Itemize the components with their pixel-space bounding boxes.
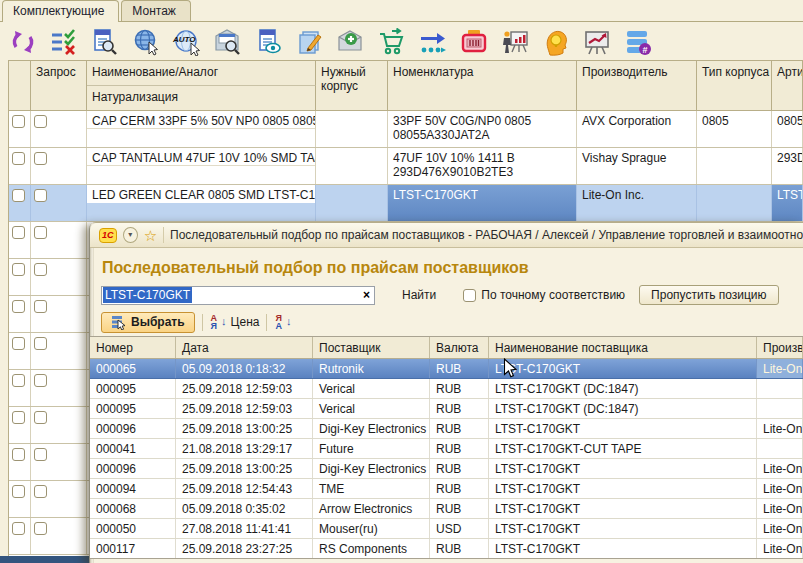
list-eye-icon[interactable] <box>254 27 284 57</box>
pricelist-row[interactable]: 00009625.09.2018 13:00:25Digi-Key Electr… <box>90 419 803 439</box>
price-sort-label: Цена <box>231 315 260 329</box>
clear-search-icon[interactable]: × <box>359 288 374 302</box>
chart-board-icon[interactable] <box>582 27 612 57</box>
pricelist-row[interactable]: 00009625.09.2018 13:00:25Digi-Key Electr… <box>90 459 803 479</box>
row-checkbox[interactable] <box>12 152 25 165</box>
app-screen: Комплектующие Монтаж AUTO # Запрос Наиме… <box>0 0 803 563</box>
find-button[interactable]: Найти <box>402 288 436 302</box>
select-button[interactable]: Выбрать <box>101 312 195 333</box>
table-row[interactable]: CAP CERM 33PF 5% 50V NP0 0805 08055A... … <box>9 111 803 148</box>
request-checkbox[interactable] <box>34 411 47 424</box>
pricelist-table-header: Номер Дата Поставщик Валюта Наименование… <box>90 337 803 359</box>
favorites-star-icon[interactable]: ☆ <box>144 228 157 243</box>
route-icon[interactable] <box>418 27 448 57</box>
row-checkbox[interactable] <box>12 263 25 276</box>
request-checkbox[interactable] <box>34 485 47 498</box>
select-icon <box>111 315 126 330</box>
window-menu-button[interactable]: ▾ <box>123 227 138 243</box>
nomenclature-cell: LTST-C170GKT <box>388 185 577 221</box>
pricelist-row[interactable]: 00009525.09.2018 12:59:03VericalRUBLTST-… <box>90 399 803 419</box>
request-checkbox[interactable] <box>34 300 47 313</box>
row-checkbox[interactable] <box>12 115 25 128</box>
note-edit-icon[interactable] <box>295 27 325 57</box>
header-select-col <box>9 61 31 111</box>
pricelist-row[interactable]: 00005027.08.2018 11:41:41Mouser(ru)USDLT… <box>90 519 803 539</box>
idea-icon[interactable] <box>541 27 571 57</box>
body-cell <box>316 111 388 147</box>
package-cell <box>697 148 772 184</box>
globe-cursor-icon[interactable] <box>131 27 161 57</box>
row-checkbox[interactable] <box>12 522 25 535</box>
request-checkbox[interactable] <box>34 226 47 239</box>
nomenclature-cell: 47UF 10V 10% 1411 B 293D476X9010B2TE3 <box>388 148 577 184</box>
row-checkbox[interactable] <box>12 374 25 387</box>
table-row[interactable]: CAP TANTALUM 47UF 10V 10% SMD TAJB... 47… <box>9 148 803 185</box>
partially-visible-selected-row <box>0 556 89 563</box>
body-cell <box>316 185 388 221</box>
search-value: LTST-C170GKT <box>103 287 192 303</box>
request-checkbox[interactable] <box>34 263 47 276</box>
components-table-header: Запрос Наименование/Аналог Натурализация… <box>9 61 803 111</box>
header-nomenclature: Номенклатура <box>388 61 577 111</box>
request-checkbox[interactable] <box>34 337 47 350</box>
row-checkbox[interactable] <box>12 485 25 498</box>
register-icon[interactable] <box>459 27 489 57</box>
database-grid-icon[interactable]: # <box>623 27 653 57</box>
exact-match-option: По точному соответствию <box>463 288 625 302</box>
header-supplier-name: Наименование поставщика <box>489 337 757 358</box>
pricelist-row[interactable]: 00009525.09.2018 12:59:03VericalRUBLTST-… <box>90 379 803 399</box>
row-checkbox[interactable] <box>12 411 25 424</box>
header-supplier: Поставщик <box>313 337 430 358</box>
row-checkbox[interactable] <box>12 337 25 350</box>
row-checkbox[interactable] <box>12 300 25 313</box>
cart-icon[interactable] <box>377 27 407 57</box>
mail-search-icon[interactable] <box>213 27 243 57</box>
row-checkbox[interactable] <box>12 189 25 202</box>
request-checkbox[interactable] <box>34 374 47 387</box>
header-manufacturer: Производитель <box>577 61 697 111</box>
header-currency: Валюта <box>430 337 489 358</box>
pricelist-row[interactable]: 00011725.09.2018 23:27:25RS ComponentsRU… <box>90 539 803 559</box>
tab-components[interactable]: Комплектующие <box>2 0 119 22</box>
pricelist-row-selected[interactable]: 00006505.09.2018 0:18:32RutronikRUBLTST-… <box>90 359 803 379</box>
pricelist-row[interactable]: 00009425.09.2018 12:54:43TMERUBLTST-C170… <box>90 479 803 499</box>
pricelist-row[interactable]: 00006805.09.2018 0:35:02Arrow Electronic… <box>90 499 803 519</box>
row-checkbox[interactable] <box>12 448 25 461</box>
sort-descending-button[interactable]: ЯА↓ <box>274 314 291 331</box>
manufacturer-cell: AVX Corporation <box>577 111 697 147</box>
request-check-cell <box>31 111 87 147</box>
checklist-icon[interactable] <box>49 27 79 57</box>
table-row-selected[interactable]: LED GREEN CLEAR 0805 SMD LTST-C170... LT… <box>9 185 803 222</box>
name-cell: LED GREEN CLEAR 0805 SMD LTST-C170... <box>87 185 316 221</box>
search-input[interactable]: LTST-C170GKT × <box>101 286 375 305</box>
nomenclature-cell: 33PF 50V C0G/NP0 0805 08055A330JAT2A <box>388 111 577 147</box>
header-naturalization: Натурализация <box>87 86 316 111</box>
request-checkbox[interactable] <box>34 189 47 202</box>
toolbar-separator <box>202 314 203 331</box>
mail-add-icon[interactable] <box>336 27 366 57</box>
sort-ascending-button[interactable]: АЯ↓ Цена <box>210 314 260 331</box>
pricelist-row[interactable]: 00004121.08.2018 13:29:17FutureRUBLTST-C… <box>90 439 803 459</box>
tab-montage[interactable]: Монтаж <box>121 0 191 21</box>
request-checkbox[interactable] <box>34 115 47 128</box>
article-cell: 08055A330JAT2A <box>772 111 803 147</box>
row-check-cell <box>9 111 31 147</box>
header-package: Тип корпуса <box>697 61 772 111</box>
skip-position-button[interactable]: Пропустить позицию <box>639 285 778 305</box>
name-cell: CAP TANTALUM 47UF 10V 10% SMD TAJB... <box>87 148 316 184</box>
globe-auto-icon[interactable]: AUTO <box>172 27 202 57</box>
search-row: LTST-C170GKT × Найти По точному соответс… <box>101 285 803 305</box>
exact-match-label: По точному соответствию <box>481 288 625 302</box>
sync-icon[interactable] <box>8 27 38 57</box>
header-manufacturer: Производитель <box>757 337 803 358</box>
row-checkbox[interactable] <box>12 226 25 239</box>
request-checkbox[interactable] <box>34 448 47 461</box>
request-checkbox[interactable] <box>34 522 47 535</box>
request-checkbox[interactable] <box>34 152 47 165</box>
mouse-cursor <box>503 358 519 379</box>
article-cell: LTST-C170GKT <box>772 185 803 221</box>
exact-match-checkbox[interactable] <box>463 289 476 302</box>
list-search-icon[interactable] <box>90 27 120 57</box>
presenter-icon[interactable] <box>500 27 530 57</box>
tab-bar: Комплектующие Монтаж <box>0 0 803 22</box>
